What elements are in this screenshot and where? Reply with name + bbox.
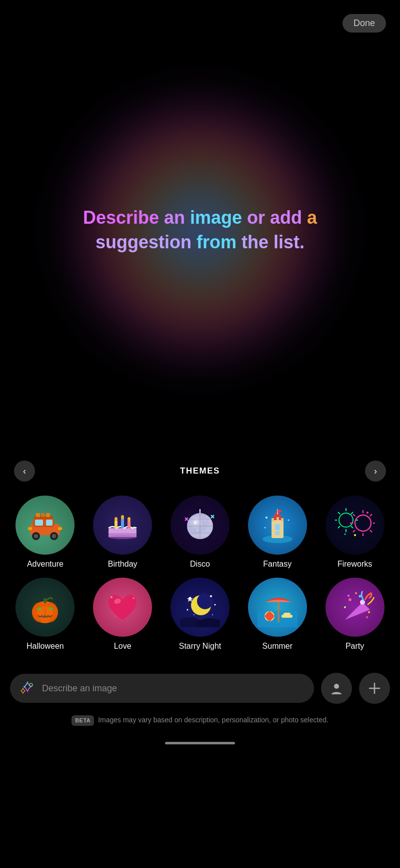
svg-rect-17 [121,518,124,528]
svg-point-107 [358,595,361,598]
svg-rect-111 [347,594,350,597]
theme-item-birthday[interactable]: Birthday [86,496,159,569]
svg-point-113 [30,683,32,686]
svg-line-68 [353,530,355,532]
svg-rect-102 [284,613,290,616]
theme-circle-birthday [93,496,152,555]
plus-icon [368,682,381,695]
theme-item-love[interactable]: Love [86,578,159,651]
hero-word-describe: Describe [83,207,164,228]
theme-item-disco[interactable]: Disco [164,496,236,569]
themes-header: ‹ THEMES › [0,461,400,496]
hero-word-add: add [270,207,307,228]
theme-item-fantasy[interactable]: Fantasy [241,496,314,569]
svg-rect-98 [258,611,298,627]
fantasy-icon [258,505,298,545]
theme-circle-adventure [16,496,74,555]
theme-item-adventure[interactable]: Adventure [9,496,82,569]
bottom-bar: Describe an image [0,661,400,712]
chevron-left-icon: ‹ [23,466,26,477]
theme-item-halloween[interactable]: Halloween [9,578,82,651]
beta-notice: BETA Images may vary based on descriptio… [0,712,400,738]
svg-rect-9 [58,527,62,530]
themes-prev-button[interactable]: ‹ [14,461,35,482]
svg-rect-46 [281,518,284,521]
themes-title: THEMES [180,466,220,476]
svg-point-84 [110,596,112,598]
svg-line-59 [338,526,340,528]
svg-point-50 [288,520,289,521]
search-input-container[interactable]: Describe an image [10,674,314,703]
theme-item-party[interactable]: Party [318,578,391,651]
svg-rect-42 [275,524,280,530]
add-button[interactable] [359,673,390,704]
hero-word-image: image [190,207,247,228]
svg-rect-18 [128,520,130,528]
disco-icon [180,505,220,545]
svg-point-72 [366,512,368,514]
svg-point-85 [133,598,134,599]
hero-headline: Describe an image or add a suggestion fr… [73,206,327,254]
svg-point-19 [114,517,118,521]
svg-point-90 [210,595,212,597]
theme-circle-party [326,578,384,637]
love-icon [102,587,142,627]
svg-rect-44 [272,518,274,521]
svg-marker-48 [278,509,282,513]
fireworks-icon [335,505,375,545]
party-icon [335,587,375,627]
svg-line-58 [338,512,340,514]
svg-point-108 [368,611,370,613]
svg-rect-13 [46,513,50,517]
svg-point-114 [334,684,339,689]
person-button[interactable] [321,673,352,704]
theme-item-summer[interactable]: Summer [241,578,314,651]
svg-point-70 [354,534,356,536]
theme-circle-disco [170,496,230,555]
beta-notice-text: Images may vary based on description, pe… [98,716,328,724]
theme-label-starry-night: Starry Night [179,642,221,651]
theme-item-starry-night[interactable]: Starry Night [164,578,236,651]
svg-rect-12 [41,513,45,517]
svg-line-67 [353,514,355,516]
adventure-icon [25,505,65,545]
theme-label-fireworks: Fireworks [338,560,372,569]
svg-point-91 [214,604,216,606]
theme-item-fireworks[interactable]: Fireworks [318,496,391,569]
svg-point-22 [108,535,136,539]
svg-rect-43 [276,531,280,535]
svg-point-110 [355,592,357,594]
svg-rect-16 [114,520,118,528]
hero-word-from: from [196,232,242,252]
svg-point-51 [264,527,266,529]
theme-label-halloween: Halloween [26,642,64,651]
svg-point-37 [204,519,206,521]
svg-line-66 [370,514,372,516]
hero-word-list: the list. [242,232,304,252]
themes-next-button[interactable]: › [365,461,386,482]
home-indicator [165,742,235,744]
theme-circle-fantasy [248,496,307,555]
hero-word-or: or [247,207,270,228]
svg-point-97 [196,618,220,627]
theme-circle-halloween [16,578,74,637]
summer-icon [258,587,298,627]
svg-point-36 [194,522,196,524]
ai-sparkle-icon [20,681,35,696]
themes-section: ‹ THEMES › [0,461,400,661]
svg-rect-112 [366,616,368,619]
svg-point-109 [344,606,346,608]
themes-grid: Adventure [0,496,400,651]
hero-word-a: a [307,207,317,228]
theme-label-disco: Disco [190,560,210,569]
beta-badge: BETA [72,715,94,726]
halloween-icon [25,587,65,627]
svg-rect-8 [28,527,32,530]
starry-night-icon [180,587,220,627]
birthday-icon [102,505,142,545]
svg-line-69 [370,530,372,532]
theme-circle-summer [248,578,307,637]
svg-point-94 [212,614,213,615]
theme-label-fantasy: Fantasy [263,560,292,569]
svg-line-60 [351,526,353,528]
